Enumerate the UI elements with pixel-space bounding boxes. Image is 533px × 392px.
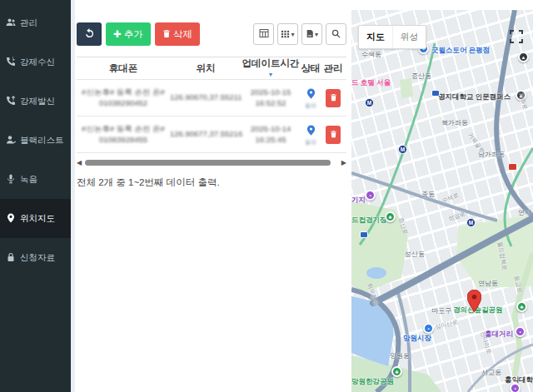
route-shield-icon	[431, 90, 440, 97]
subway-icon: M	[365, 98, 374, 107]
sidebar-item-blacklist[interactable]: 블랙리스트	[0, 121, 71, 160]
updated-cell: 2025-10-1516:52:52	[242, 87, 300, 109]
status-caption: 동작	[300, 140, 321, 146]
row-delete-button[interactable]	[326, 89, 341, 107]
status-cell: 동작	[300, 87, 321, 109]
school-poi-icon: ▲	[518, 52, 529, 62]
status-pin-icon[interactable]	[306, 124, 316, 138]
map-type-tabs: 지도 위성	[358, 25, 426, 49]
row-delete-button[interactable]	[326, 126, 341, 144]
sidebar-item-label: 녹음	[20, 174, 37, 186]
header-updated-label: 업데이트시간	[242, 58, 300, 68]
blacklist-person-icon	[6, 135, 16, 146]
sort-caret-icon[interactable]: ▼	[268, 72, 274, 77]
users-icon	[6, 17, 16, 29]
phone-outgoing-icon	[6, 96, 16, 107]
delete-button-label: 삭제	[173, 28, 192, 41]
status-caption: 동작	[300, 103, 321, 109]
trash-icon	[330, 128, 337, 141]
highway-shield-icon	[508, 163, 517, 171]
sidebar-item-recording[interactable]: 녹음	[0, 160, 71, 199]
school-poi-icon: ▲	[516, 90, 526, 101]
export-button[interactable]: ▾	[301, 23, 322, 45]
map-panel[interactable]: 수색동 ▪ 굿윌스토어 은평점 증산동 드 호텔 서울 명지대학교 인문캠퍼스 …	[351, 10, 533, 392]
manage-cell	[321, 126, 345, 144]
chevron-down-icon: ▾	[315, 31, 318, 38]
tab-satellite[interactable]: 위성	[392, 26, 426, 48]
table-tools: ▾ ▾	[253, 23, 346, 45]
trash-icon	[330, 92, 337, 104]
tab-map[interactable]: 지도	[359, 26, 392, 48]
data-table: 휴대폰 위치 업데이트시간 ▼ 상태 관리 #신논후# 등록 손전 온#0103…	[77, 57, 346, 153]
plus-icon: ✚	[113, 28, 122, 40]
add-button-label: 추가	[124, 28, 143, 41]
scrollbar-thumb[interactable]	[85, 160, 331, 166]
subway-icon: M	[398, 145, 407, 154]
sidebar-item-force-send[interactable]: 강제발신	[0, 82, 71, 121]
sidebar-item-label: 관리	[20, 17, 37, 29]
sidebar-item-application-data[interactable]: 신청자료	[0, 238, 71, 277]
delete-button[interactable]: 삭제	[155, 22, 200, 46]
header-updated[interactable]: 업데이트시간 ▼	[242, 57, 300, 80]
toolbar: ✚ 추가 삭제 ▾ ▾	[77, 22, 346, 47]
table-header-row: 휴대폰 위치 업데이트시간 ▼ 상태 관리	[77, 57, 346, 80]
street-poi-icon: ▪	[515, 326, 526, 337]
park-poi-icon: ♣	[516, 301, 527, 312]
table-row: #신논후# 등록 손전 온#01038290452 126.90670,37.5…	[77, 80, 346, 117]
sidebar: 관리 강제수신 강제발신 블랙리스트 녹음 위치지도 신청자료	[0, 0, 71, 392]
stadium-poi-icon: ♣	[385, 211, 396, 222]
updated-cell: 2025-10-1416:25:45	[242, 124, 300, 146]
sidebar-item-manage[interactable]: 관리	[0, 3, 71, 42]
market-poi-icon: ▪	[423, 323, 434, 334]
status-pin-icon[interactable]	[306, 87, 316, 102]
park-facility-poi-icon: ▪	[365, 190, 376, 201]
manage-cell	[321, 89, 345, 107]
sidebar-item-label: 블랙리스트	[20, 135, 64, 146]
columns-button[interactable]: ▾	[277, 23, 298, 45]
file-icon	[306, 29, 314, 40]
refresh-button[interactable]	[77, 22, 102, 46]
microphone-icon	[6, 174, 16, 186]
phone-cell: #신논후# 등록 손전 온#01083928455	[77, 124, 170, 146]
search-button[interactable]	[326, 23, 346, 45]
table-icon	[259, 28, 269, 40]
header-manage[interactable]: 관리	[321, 62, 345, 75]
sidebar-item-label: 강제수신	[20, 57, 55, 68]
scroll-right-arrow[interactable]: ▶	[341, 159, 346, 166]
horizontal-scrollbar: ◀ ▶	[77, 156, 346, 169]
header-phone[interactable]: 휴대폰	[77, 62, 170, 75]
phone-incoming-icon	[6, 57, 16, 68]
trash-icon	[162, 29, 171, 40]
scroll-left-arrow[interactable]: ◀	[77, 159, 82, 166]
park-poi-icon: ♣	[391, 366, 402, 377]
chevron-down-icon: ▾	[291, 31, 294, 38]
lock-icon	[6, 252, 16, 264]
location-pin-icon	[6, 213, 16, 225]
header-location[interactable]: 위치	[170, 62, 242, 75]
location-marker[interactable]	[467, 290, 481, 315]
table-row: #신논후# 등록 손전 온#01083928455 126.90677,37.5…	[77, 117, 346, 153]
header-status[interactable]: 상태	[300, 62, 321, 75]
scrollbar-track[interactable]	[85, 160, 338, 166]
sidebar-item-location-map[interactable]: 위치지도	[0, 199, 71, 238]
route-shield-icon	[360, 231, 368, 238]
sidebar-item-label: 강제발신	[20, 96, 55, 107]
sidebar-gutter	[71, 0, 75, 392]
pagination-summary: 전체 2개 중 1~2번째 데이터 출력.	[77, 176, 346, 189]
location-cell: 126.90670,37.55211	[170, 92, 242, 103]
add-button[interactable]: ✚ 추가	[106, 22, 151, 46]
table-view-button[interactable]	[253, 23, 274, 45]
map-geography	[351, 10, 533, 392]
sidebar-item-force-receive[interactable]: 강제수신	[0, 42, 71, 82]
refresh-icon	[84, 28, 95, 41]
status-cell: 동작	[300, 124, 321, 146]
poi-icon: ▪	[510, 383, 521, 392]
fullscreen-icon[interactable]	[510, 30, 523, 43]
phone-cell: #신논후# 등록 손전 온#01038290452	[77, 87, 170, 109]
subway-icon: M	[466, 218, 476, 227]
columns-grid-icon	[281, 29, 290, 40]
location-cell: 126.90677,37.55216	[170, 129, 242, 140]
table-panel: ✚ 추가 삭제 ▾ ▾ 휴대폰 위치 업데	[77, 22, 346, 189]
main-area: ✚ 추가 삭제 ▾ ▾ 휴대폰 위치 업데	[71, 0, 533, 392]
app-window: 관리 강제수신 강제발신 블랙리스트 녹음 위치지도 신청자료	[0, 0, 533, 392]
